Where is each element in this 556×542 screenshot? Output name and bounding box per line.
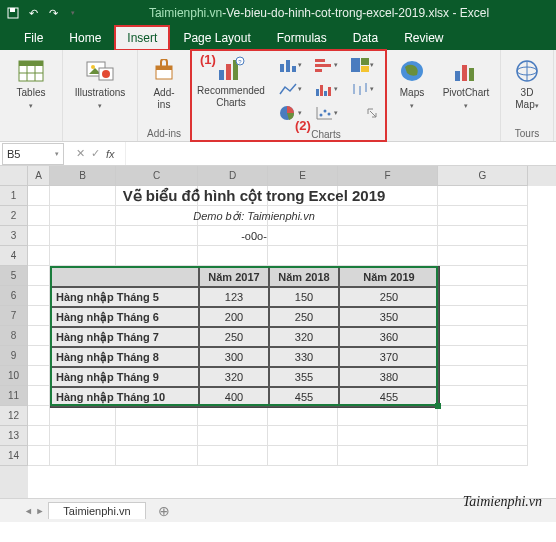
row-header[interactable]: 10: [0, 366, 28, 386]
table-cell: 360: [339, 327, 439, 347]
col-header[interactable]: D: [198, 166, 268, 186]
tours-group-label: Tours: [515, 128, 539, 140]
pivotchart-button[interactable]: PivotChart▾: [438, 52, 494, 110]
chart-line-icon[interactable]: ▾: [275, 78, 305, 100]
row-header[interactable]: 5: [0, 266, 28, 286]
row-header[interactable]: 6: [0, 286, 28, 306]
addins-group-label: Add-ins: [147, 128, 181, 140]
tab-insert[interactable]: Insert: [115, 26, 169, 50]
sheet-tab[interactable]: Taimienphi.vn: [48, 502, 145, 519]
tab-formulas[interactable]: Formulas: [265, 26, 339, 50]
annotation-1: (1): [200, 52, 216, 67]
illustrations-button[interactable]: Illustrations▾: [69, 52, 131, 110]
undo-icon[interactable]: ↶: [26, 6, 40, 20]
table-cell: 320: [269, 327, 339, 347]
add-sheet-icon[interactable]: ⊕: [150, 503, 178, 519]
chart-area-icon[interactable]: ▾: [311, 78, 341, 100]
addins-button[interactable]: Add- ins: [144, 52, 184, 110]
tables-button[interactable]: Tables▾: [6, 52, 56, 110]
data-table: Năm 2017 Năm 2018 Năm 2019 Hàng nhập Thá…: [50, 266, 440, 408]
window-title: Taimienphi.vn-Ve-bieu-do-hinh-cot-trong-…: [88, 6, 550, 20]
col-header[interactable]: G: [438, 166, 528, 186]
formula-input[interactable]: [125, 142, 556, 165]
table-icon: [16, 56, 46, 86]
col-header[interactable]: A: [28, 166, 50, 186]
col-header[interactable]: F: [338, 166, 438, 186]
svg-point-39: [327, 113, 330, 116]
svg-rect-29: [324, 91, 327, 96]
illustrations-icon: [85, 56, 115, 86]
enter-icon: ✓: [91, 147, 100, 160]
tab-review[interactable]: Review: [392, 26, 455, 50]
chart-column-icon[interactable]: ▾: [275, 54, 305, 76]
svg-point-10: [102, 70, 110, 78]
row-header[interactable]: 7: [0, 306, 28, 326]
svg-rect-1: [10, 8, 15, 12]
col-header[interactable]: B: [50, 166, 116, 186]
row-header[interactable]: 3: [0, 226, 28, 246]
svg-rect-41: [455, 71, 460, 81]
table-cell: 250: [199, 327, 269, 347]
svg-rect-26: [361, 66, 369, 72]
annotation-2: (2): [295, 118, 311, 133]
maps-button[interactable]: Maps▾: [392, 52, 432, 110]
chart-bar-icon[interactable]: ▾: [311, 54, 341, 76]
chart-stock-icon[interactable]: ▾: [347, 78, 377, 100]
svg-rect-3: [19, 61, 43, 66]
table-cell: 320: [199, 367, 269, 387]
row-header[interactable]: 8: [0, 326, 28, 346]
selection-handle[interactable]: [435, 403, 441, 409]
col-header[interactable]: C: [116, 166, 198, 186]
spreadsheet-cells[interactable]: Vẽ biểu đồ hình cột trong Excel 2019 Dem…: [28, 186, 556, 498]
row-header[interactable]: 11: [0, 386, 28, 406]
chart-treemap-icon[interactable]: ▾: [347, 54, 377, 76]
svg-rect-23: [315, 69, 322, 72]
table-cell: 455: [339, 387, 439, 407]
table-rowlabel: Hàng nhập Tháng 9: [51, 367, 199, 387]
row-header[interactable]: 9: [0, 346, 28, 366]
col-header[interactable]: E: [268, 166, 338, 186]
svg-rect-18: [280, 64, 284, 72]
name-box[interactable]: B5▾: [2, 143, 64, 165]
svg-rect-42: [462, 65, 467, 81]
tab-home[interactable]: Home: [57, 26, 113, 50]
row-header[interactable]: 2: [0, 206, 28, 226]
row-header[interactable]: 1: [0, 186, 28, 206]
tab-nav[interactable]: ◄ ►: [24, 506, 44, 516]
row-header[interactable]: 4: [0, 246, 28, 266]
fx-icon[interactable]: fx: [106, 148, 115, 160]
table-cell: 150: [269, 287, 339, 307]
select-all-corner[interactable]: [0, 166, 28, 186]
watermark: Taimienphi.vn: [463, 494, 542, 510]
svg-rect-22: [315, 64, 331, 67]
table-cell: 400: [199, 387, 269, 407]
qat-customize-icon[interactable]: ▾: [66, 6, 80, 20]
ribbon-tabs: File Home Insert Page Layout Formulas Da…: [0, 26, 556, 50]
3d-map-button[interactable]: 3D Map▾: [507, 52, 547, 110]
row-header[interactable]: 13: [0, 426, 28, 446]
save-icon[interactable]: [6, 6, 20, 20]
svg-rect-13: [219, 70, 224, 80]
table-header: Năm 2018: [269, 267, 339, 287]
charts-dialog-launcher-icon[interactable]: [347, 102, 377, 124]
addins-icon: [149, 56, 179, 86]
svg-rect-14: [226, 64, 231, 80]
svg-point-37: [319, 114, 322, 117]
tab-page-layout[interactable]: Page Layout: [171, 26, 262, 50]
svg-rect-25: [361, 58, 369, 65]
svg-rect-12: [156, 66, 172, 70]
redo-icon[interactable]: ↷: [46, 6, 60, 20]
title-bar: ↶ ↷ ▾ Taimienphi.vn-Ve-bieu-do-hinh-cot-…: [0, 0, 556, 26]
row-header[interactable]: 12: [0, 406, 28, 426]
table-cell: 250: [269, 307, 339, 327]
sheet-subtitle: Demo bởi: Taimienphi.vn: [50, 206, 458, 226]
tab-file[interactable]: File: [12, 26, 55, 50]
sheet-title: Vẽ biểu đồ hình cột trong Excel 2019: [50, 186, 458, 206]
chart-scatter-icon[interactable]: ▾: [311, 102, 341, 124]
svg-rect-24: [351, 58, 360, 72]
pivotchart-icon: [451, 56, 481, 86]
row-header[interactable]: 14: [0, 446, 28, 466]
tab-data[interactable]: Data: [341, 26, 390, 50]
table-rowlabel: Hàng nhập Tháng 6: [51, 307, 199, 327]
formula-bar: B5▾ ✕ ✓ fx: [0, 142, 556, 166]
